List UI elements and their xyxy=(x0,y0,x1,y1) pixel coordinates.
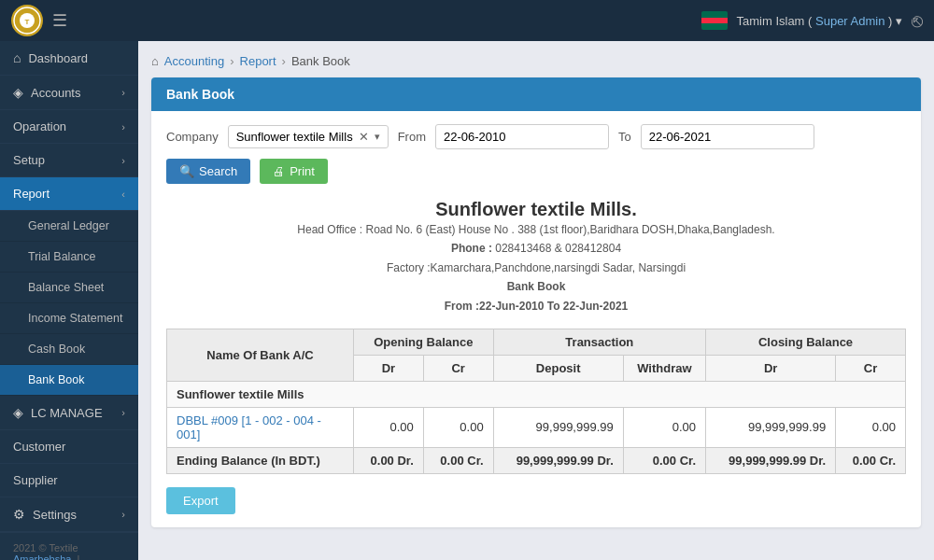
sidebar-item-customer[interactable]: Customer xyxy=(0,430,138,464)
logout-icon[interactable]: ⎋ xyxy=(912,10,923,32)
sidebar-item-report[interactable]: Report ‹ xyxy=(0,177,138,211)
sidebar-item-balance-sheet[interactable]: Balance Sheet xyxy=(0,273,138,303)
sidebar-label-operation: Oparation xyxy=(13,119,66,133)
sidebar-item-income-statement[interactable]: Income Statement xyxy=(0,303,138,334)
lc-icon: ◈ xyxy=(13,405,23,420)
th-deposit: Deposit xyxy=(493,355,623,381)
sidebar-item-cash-book[interactable]: Cash Book xyxy=(0,334,138,365)
sidebar-item-dashboard[interactable]: ⌂ Dashboard xyxy=(0,41,138,76)
account-name-cell: DBBL #009 [1 - 002 - 004 - 001] xyxy=(167,407,354,447)
th-opening-balance: Opening Balance xyxy=(354,329,494,355)
card-body: Company Sunflower textile Mills ✕ ▾ From… xyxy=(151,111,921,527)
total-close-cr: 0.00 Cr. xyxy=(836,447,906,473)
table-total-row: Ending Balance (In BDT.) 0.00 Dr. 0.00 C… xyxy=(167,447,906,473)
breadcrumb-current: Bank Book xyxy=(291,54,350,68)
sidebar-item-bank-book[interactable]: Bank Book xyxy=(0,365,138,396)
company-label: Company xyxy=(166,130,219,144)
total-withdraw: 0.00 Cr. xyxy=(623,447,705,473)
th-open-cr: Cr xyxy=(423,355,493,381)
breadcrumb-accounting[interactable]: Accounting xyxy=(164,54,224,68)
content-area: ⌂ Accounting › Report › Bank Book Bank B… xyxy=(138,41,934,560)
chevron-icon: › xyxy=(121,509,125,520)
open-cr-cell: 0.00 xyxy=(423,407,493,447)
search-icon: 🔍 xyxy=(179,164,194,178)
app-logo: T xyxy=(11,5,43,36)
report-address: Head Office : Road No. 6 (East) House No… xyxy=(166,220,906,315)
search-button[interactable]: 🔍 Search xyxy=(166,159,250,184)
th-transaction: Transaction xyxy=(493,329,705,355)
total-deposit: 99,999,999.99 Dr. xyxy=(493,447,623,473)
breadcrumb-report[interactable]: Report xyxy=(240,54,276,68)
export-button[interactable]: Export xyxy=(166,487,235,514)
navbar: T ☰ Tamim Islam ( Super Admin ) ▾ ⎋ xyxy=(0,0,934,41)
chevron-icon: › xyxy=(121,121,125,133)
withdraw-cell: 0.00 xyxy=(623,407,705,447)
sidebar-item-general-ledger[interactable]: General Ledger xyxy=(0,211,138,242)
print-icon: 🖨 xyxy=(273,164,285,178)
to-label: To xyxy=(618,130,631,144)
sidebar: ⌂ Dashboard ◈ Accounts › Oparation › Set… xyxy=(0,41,138,560)
sidebar-label-lc: LC MANAGE xyxy=(31,406,103,420)
table-row: DBBL #009 [1 - 002 - 004 - 001] 0.00 0.0… xyxy=(167,407,906,447)
filter-row: Company Sunflower textile Mills ✕ ▾ From… xyxy=(166,124,906,184)
account-link[interactable]: DBBL #009 [1 - 002 - 004 - 001] xyxy=(177,413,321,441)
sidebar-label-dashboard: Dashboard xyxy=(28,51,88,65)
settings-icon: ⚙ xyxy=(13,507,25,522)
total-open-dr: 0.00 Dr. xyxy=(354,447,424,473)
report-company-name: Sunflower textile Mills. xyxy=(166,199,906,220)
chevron-icon: › xyxy=(121,407,125,418)
sidebar-item-accounts[interactable]: ◈ Accounts › xyxy=(0,76,138,110)
sidebar-item-settings[interactable]: ⚙ Settings › xyxy=(0,497,138,532)
sidebar-footer: 2021 © Textile Amarbebsha | xyxy=(0,532,138,560)
chevron-icon: › xyxy=(121,87,125,98)
chevron-icon: ‹ xyxy=(121,189,125,200)
th-open-dr: Dr xyxy=(354,355,424,381)
sidebar-item-supplier[interactable]: Supplier xyxy=(0,464,138,497)
bank-book-card: Bank Book Company Sunflower textile Mill… xyxy=(151,77,921,527)
sidebar-label-accounts: Accounts xyxy=(31,86,80,100)
bank-book-table: Name Of Bank A/C Opening Balance Transac… xyxy=(166,329,906,474)
total-open-cr: 0.00 Cr. xyxy=(423,447,493,473)
sidebar-item-operation[interactable]: Oparation › xyxy=(0,110,138,144)
print-button[interactable]: 🖨 Print xyxy=(260,159,328,184)
sidebar-label-setup: Setup xyxy=(13,153,45,167)
group-label: Sunflower textile Mills xyxy=(167,381,906,407)
company-value: Sunflower textile Mills xyxy=(236,130,353,144)
close-cr-cell: 0.00 xyxy=(836,407,906,447)
th-withdraw: Withdraw xyxy=(623,355,705,381)
user-role: Super Admin xyxy=(815,14,884,28)
dashboard-icon: ⌂ xyxy=(13,50,21,65)
card-header: Bank Book xyxy=(151,77,921,111)
navbar-left: T ☰ xyxy=(11,5,67,36)
svg-text:T: T xyxy=(25,18,30,26)
sidebar-item-trial-balance[interactable]: Trial Balance xyxy=(0,242,138,273)
user-label: Tamim Islam ( Super Admin ) ▾ xyxy=(737,14,903,28)
total-label: Ending Balance (In BDT.) xyxy=(167,447,354,473)
home-icon: ⌂ xyxy=(151,54,159,68)
sidebar-item-setup[interactable]: Setup › xyxy=(0,144,138,177)
footer-link[interactable]: Amarbebsha xyxy=(13,553,71,560)
deposit-cell: 99,999,999.99 xyxy=(493,407,623,447)
close-dr-cell: 99,999,999.99 xyxy=(706,407,836,447)
from-date-input[interactable] xyxy=(435,124,609,149)
th-close-dr: Dr xyxy=(706,355,836,381)
th-close-cr: Cr xyxy=(836,355,906,381)
company-select[interactable]: Sunflower textile Mills ✕ ▾ xyxy=(228,125,389,148)
accounts-icon: ◈ xyxy=(13,85,23,100)
tag-dropdown-icon[interactable]: ▾ xyxy=(375,131,380,143)
hamburger-icon[interactable]: ☰ xyxy=(52,10,67,31)
th-closing-balance: Closing Balance xyxy=(706,329,906,355)
chevron-icon: › xyxy=(121,155,125,166)
report-header: Sunflower textile Mills. Head Office : R… xyxy=(166,199,906,315)
to-date-input[interactable] xyxy=(641,124,814,149)
tag-close-icon[interactable]: ✕ xyxy=(359,130,369,144)
sidebar-label-report: Report xyxy=(13,187,50,201)
flag-icon xyxy=(701,11,728,30)
sidebar-label-settings: Settings xyxy=(33,508,77,522)
sidebar-label-supplier: Supplier xyxy=(13,473,58,487)
table-group-row: Sunflower textile Mills xyxy=(167,381,906,407)
breadcrumb: ⌂ Accounting › Report › Bank Book xyxy=(151,54,921,68)
navbar-right: Tamim Islam ( Super Admin ) ▾ ⎋ xyxy=(701,10,924,32)
main-layout: ⌂ Dashboard ◈ Accounts › Oparation › Set… xyxy=(0,41,934,560)
sidebar-item-lc-manage[interactable]: ◈ LC MANAGE › xyxy=(0,396,138,430)
